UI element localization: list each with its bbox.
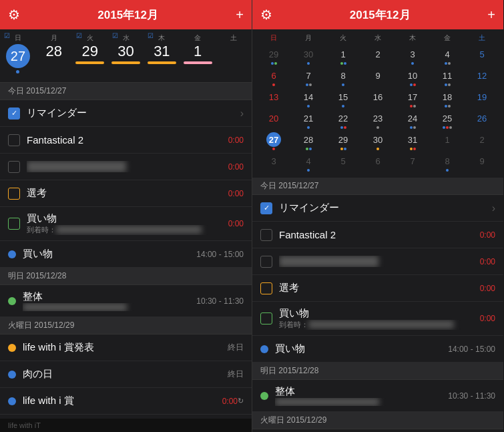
list-item-2-1[interactable]: 肉の日終日	[0, 361, 252, 388]
cal-cell-1-3[interactable]: 9	[360, 67, 395, 87]
cal-cell-4-4[interactable]: 31	[395, 131, 430, 152]
item-time: 14:00 - 15:00	[448, 345, 495, 354]
list-item-0-3[interactable]: 選考0:00	[0, 180, 252, 207]
cal-num-5-0: 3	[266, 154, 281, 168]
cal-cell-0-3[interactable]: 2	[360, 45, 395, 66]
cal-cell-1-1[interactable]: 7	[291, 67, 326, 87]
list-item-0-4[interactable]: 買い物到着時：████████████████████████████0:00	[252, 302, 503, 336]
task-checkbox[interactable]	[260, 229, 272, 241]
task-checkbox[interactable]	[260, 312, 272, 325]
right-settings-icon[interactable]: ⚙	[260, 7, 272, 23]
week-strip: ☑日27月28☑火29☑水30☑木31金1土	[0, 29, 252, 83]
cal-cell-3-4[interactable]: 24	[395, 110, 430, 130]
cal-cell-3-5[interactable]: 25	[430, 110, 465, 130]
list-item-2-0[interactable]: life with i 賞発表終日	[0, 335, 252, 361]
settings-icon[interactable]: ⚙	[8, 7, 20, 23]
task-checkbox[interactable]	[260, 282, 272, 294]
list-item-1-0[interactable]: 整体████████████████████10:30 - 11:30	[0, 285, 252, 317]
cal-cell-4-6[interactable]: 2	[465, 131, 499, 152]
cal-cell-2-5[interactable]: 18	[430, 88, 465, 109]
cal-cell-3-0[interactable]: 20	[256, 110, 291, 130]
event-bullet	[8, 371, 16, 379]
cal-cell-1-6[interactable]: 12	[465, 67, 499, 87]
footer-label: life with iT	[0, 419, 252, 432]
task-checkbox[interactable]	[8, 161, 20, 173]
reminder-check[interactable]: ✓	[260, 202, 272, 214]
list-item-0-2[interactable]: ██████████████0:00	[0, 154, 252, 180]
cal-cell-5-0[interactable]: 3	[256, 152, 291, 173]
cal-cell-4-1[interactable]: 28	[291, 131, 326, 152]
week-day-0[interactable]: ☑日27	[0, 29, 36, 82]
cal-cell-0-6[interactable]: 5	[465, 45, 499, 66]
cal-cell-2-6[interactable]: 19	[465, 88, 499, 109]
list-item-0-3[interactable]: 選考0:00	[252, 275, 503, 302]
cal-cell-1-0[interactable]: 6	[256, 67, 291, 87]
cal-num-5-5: 8	[440, 154, 455, 168]
item-sub: ████████████████████	[275, 398, 443, 406]
cal-cell-2-2[interactable]: 15	[326, 88, 360, 109]
left-header: ⚙ 2015年12月 +	[0, 0, 252, 29]
task-checkbox[interactable]	[260, 256, 272, 268]
cal-cell-5-3[interactable]: 6	[360, 152, 395, 173]
add-icon[interactable]: +	[236, 7, 244, 23]
cal-num-0-5: 4	[440, 47, 455, 61]
list-item-2-2[interactable]: life with i 賞0:00 ↻	[0, 388, 252, 415]
cal-cell-4-0[interactable]: 27	[256, 131, 291, 152]
cal-cell-0-0[interactable]: 29	[256, 45, 291, 66]
cal-cell-0-1[interactable]: 30	[291, 45, 326, 66]
cal-cell-3-3[interactable]: 23	[360, 110, 395, 130]
cal-cell-2-0[interactable]: 13	[256, 88, 291, 109]
cal-num-1-2: 8	[336, 68, 350, 83]
list-item-0-1[interactable]: Fantastical 20:00	[0, 127, 252, 154]
item-title: Fantastical 2	[27, 134, 223, 146]
cal-num-4-6: 2	[475, 132, 489, 147]
right-list: 今日 2015/12/27✓リマインダー›Fantastical 20:00██…	[252, 178, 503, 432]
list-item-0-2[interactable]: ██████████████0:00	[252, 248, 503, 275]
task-checkbox[interactable]	[8, 218, 20, 230]
cal-cell-4-3[interactable]: 30	[360, 131, 395, 152]
cal-cell-2-1[interactable]: 14	[291, 88, 326, 109]
cal-cell-1-4[interactable]: 10	[395, 67, 430, 87]
item-title: リマインダー	[279, 202, 487, 214]
week-day-1[interactable]: 月28	[36, 29, 72, 82]
cal-cell-1-2[interactable]: 8	[326, 67, 360, 87]
cal-cell-0-4[interactable]: 3	[395, 45, 430, 66]
cal-cell-1-5[interactable]: 11	[430, 67, 465, 87]
list-item-0-0[interactable]: ✓リマインダー›	[0, 100, 252, 127]
item-time: 0:00	[222, 397, 238, 406]
week-day-3[interactable]: ☑水30	[108, 29, 144, 82]
list-item-0-4[interactable]: 買い物到着時：████████████████████████████0:00	[0, 207, 252, 241]
cal-cell-0-2[interactable]: 1	[326, 45, 360, 66]
section-header-0: 今日 2015/12/27	[0, 83, 252, 100]
task-checkbox[interactable]	[8, 134, 20, 146]
reminder-check[interactable]: ✓	[8, 107, 20, 120]
cal-cell-5-6[interactable]: 9	[465, 152, 499, 173]
task-checkbox[interactable]	[8, 188, 20, 200]
week-day-4[interactable]: ☑木31	[144, 29, 180, 82]
cal-cell-5-5[interactable]: 8	[430, 152, 465, 173]
list-item-0-5[interactable]: 買い物14:00 - 15:00	[0, 241, 252, 268]
week-day-2[interactable]: ☑火29	[72, 29, 108, 82]
week-day-5[interactable]: 金1	[180, 29, 216, 82]
cal-cell-3-1[interactable]: 21	[291, 110, 326, 130]
item-time: 0:00	[228, 219, 244, 228]
cal-cell-2-4[interactable]: 17	[395, 88, 430, 109]
cal-cell-2-3[interactable]: 16	[360, 88, 395, 109]
list-item-0-5[interactable]: 買い物14:00 - 15:00	[252, 336, 503, 363]
cal-cell-5-1[interactable]: 4	[291, 152, 326, 173]
section-header-1: 明日 2015/12/28	[0, 268, 252, 285]
week-day-6[interactable]: 土	[216, 29, 252, 82]
cal-cell-3-6[interactable]: 26	[465, 110, 499, 130]
cal-cell-4-2[interactable]: 29	[326, 131, 360, 152]
list-item-1-0[interactable]: 整体████████████████████10:30 - 11:30	[252, 380, 503, 412]
cal-cell-3-2[interactable]: 22	[326, 110, 360, 130]
cal-cell-0-5[interactable]: 4	[430, 45, 465, 66]
cal-cell-5-4[interactable]: 7	[395, 152, 430, 173]
list-item-0-1[interactable]: Fantastical 20:00	[252, 222, 503, 248]
cal-cell-4-5[interactable]: 1	[430, 131, 465, 152]
list-item-0-0[interactable]: ✓リマインダー›	[252, 195, 503, 222]
item-title: ██████████████	[27, 161, 223, 172]
right-add-icon[interactable]: +	[487, 7, 495, 23]
cal-dow-2: 火	[326, 32, 360, 44]
cal-cell-5-2[interactable]: 5	[326, 152, 360, 173]
